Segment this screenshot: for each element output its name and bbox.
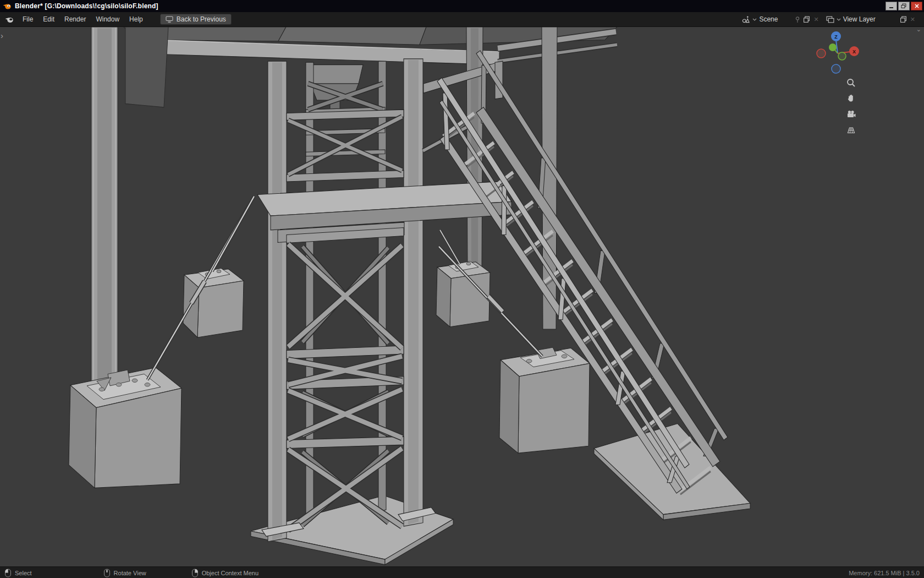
status-select-label: Select (15, 570, 32, 576)
mouse-left-icon (4, 569, 12, 577)
gizmo-axis-neg-x[interactable] (817, 49, 826, 58)
camera-view-button[interactable] (845, 108, 857, 120)
gizmo-axis-neg-z[interactable] (832, 64, 840, 73)
gizmo-axis-y[interactable] (829, 43, 837, 51)
minimize-icon (888, 3, 894, 9)
titlebar: Blender* [G:\Downloads\!cg\silo\siloF.bl… (0, 0, 924, 12)
back-to-previous-button[interactable]: Back to Previous (160, 14, 232, 25)
viewport-canvas[interactable] (0, 27, 924, 566)
screen-icon (166, 16, 173, 23)
menu-file[interactable]: File (18, 14, 38, 25)
navigation-gizmo[interactable]: Z X (816, 31, 859, 74)
menu-window[interactable]: Window (91, 14, 124, 25)
menu-edit[interactable]: Edit (38, 14, 59, 25)
model-footing-block-c[interactable] (69, 368, 182, 488)
model-footing-block-d[interactable] (499, 347, 590, 453)
pan-hand-button[interactable] (845, 92, 857, 104)
grid-icon (846, 126, 856, 134)
blender-menu-icon[interactable] (3, 16, 18, 23)
gizmo-axis-neg-y[interactable] (838, 52, 846, 60)
mouse-right-icon (191, 569, 199, 577)
corner-chevron-icon[interactable]: ⌄ (916, 27, 921, 33)
view-layer-selector[interactable]: View Layer ✕ (824, 14, 919, 24)
unlink-scene-icon[interactable]: ✕ (812, 16, 820, 23)
window-title: Blender* [G:\Downloads\!cg\silo\siloF.bl… (15, 2, 158, 10)
minimize-button[interactable] (886, 2, 897, 10)
scene-icon (741, 15, 750, 24)
new-scene-icon[interactable] (803, 16, 810, 23)
blender-window: Blender* [G:\Downloads\!cg\silo\siloF.bl… (0, 0, 924, 578)
model-back-panel[interactable] (125, 27, 168, 107)
zoom-button[interactable] (845, 77, 857, 89)
menu-render[interactable]: Render (59, 14, 91, 25)
view-layer-name[interactable]: View Layer (843, 15, 898, 23)
window-controls (886, 2, 924, 10)
perspective-grid-button[interactable] (845, 124, 857, 136)
3d-viewport[interactable]: › ⌄ Z X (0, 27, 924, 566)
restore-button[interactable] (898, 2, 910, 10)
chevron-down-icon (837, 18, 841, 21)
scene-selector[interactable]: Scene ✕ (739, 14, 822, 25)
chevron-down-icon (752, 18, 757, 21)
close-button[interactable] (911, 2, 922, 10)
camera-icon (846, 110, 856, 118)
pin-icon[interactable] (794, 16, 801, 23)
status-context-menu: Object Context Menu (191, 569, 258, 577)
status-select: Select (4, 569, 32, 577)
remove-view-layer-icon[interactable]: ✕ (909, 16, 916, 23)
status-rotate-view-label: Rotate View (114, 570, 146, 576)
gizmo-x-label: X (853, 49, 856, 54)
close-icon (914, 3, 920, 9)
new-view-layer-icon[interactable] (900, 16, 907, 23)
statusbar: Select Rotate View Object Context Menu M… (0, 566, 924, 578)
gizmo-z-label: Z (834, 34, 838, 40)
status-context-menu-label: Object Context Menu (202, 570, 258, 576)
view-layer-icon (826, 16, 834, 23)
topbar: File Edit Render Window Help Back to Pre… (0, 12, 924, 27)
sidebar-toggle-arrow[interactable]: › (1, 31, 3, 40)
hand-icon (846, 94, 855, 102)
back-to-previous-label: Back to Previous (177, 15, 226, 23)
mouse-middle-icon (103, 569, 111, 577)
status-rotate-view: Rotate View (103, 569, 146, 577)
model-left-column[interactable] (91, 27, 118, 411)
menu-help[interactable]: Help (124, 14, 148, 25)
magnifier-icon (846, 78, 856, 88)
blender-logo-icon (3, 2, 12, 10)
scene-name[interactable]: Scene (759, 15, 792, 23)
restore-icon (901, 3, 907, 9)
memory-status: Memory: 621.5 MiB | 3.5.0 (849, 570, 920, 576)
topbar-right-cluster: Scene ✕ View Layer (739, 14, 921, 25)
